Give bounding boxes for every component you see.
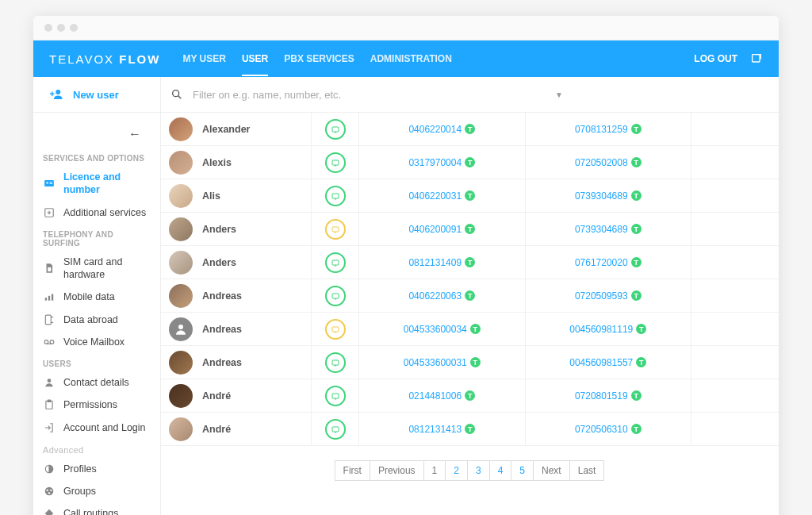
cell-number-1[interactable]: 0406220014T (359, 113, 526, 145)
cell-status (312, 246, 359, 279)
svg-rect-0 (753, 55, 760, 62)
sidebar-item-licence[interactable]: Licence and number (33, 166, 160, 202)
person-icon (43, 377, 56, 388)
back-arrow[interactable]: ← (33, 121, 160, 148)
cell-user[interactable]: André (161, 413, 312, 445)
sidebar-item-account-login[interactable]: Account and Login (33, 417, 160, 439)
svg-rect-6 (50, 183, 53, 183)
bars-icon (43, 291, 56, 302)
cell-number-2[interactable]: 0720502008T (526, 146, 692, 179)
sidebar-item-profiles[interactable]: Profiles (33, 458, 160, 480)
voicemail-icon (43, 336, 56, 348)
nav-my-user[interactable]: MY USER (182, 41, 225, 76)
page-4[interactable]: 4 (489, 460, 512, 481)
search-input[interactable] (193, 77, 546, 112)
popout-icon[interactable] (750, 52, 763, 65)
t-badge-icon: T (631, 124, 642, 134)
cell-user[interactable]: Andreas (161, 346, 312, 379)
cell-number-2[interactable]: 0720509593T (526, 279, 692, 312)
cell-user[interactable]: Alexander (161, 113, 312, 145)
search-icon (170, 88, 183, 101)
page-previous[interactable]: Previous (370, 460, 424, 481)
cell-user[interactable]: Anders (161, 246, 312, 279)
cell-number-2[interactable]: 0720506310T (526, 413, 692, 445)
sidebar-item-additional[interactable]: Additional services (33, 202, 160, 224)
new-user-label: New user (73, 89, 119, 101)
window-dot (57, 24, 65, 32)
sidebar-item-label: Profiles (63, 463, 97, 475)
avatar (169, 217, 193, 241)
table-row: Alis0406220031T0739304689T (161, 179, 779, 213)
number-link: 0812131413 (408, 424, 462, 435)
cell-number-2[interactable]: 0708131259T (526, 113, 692, 145)
cell-empty (691, 213, 779, 245)
new-user-button[interactable]: New user (33, 78, 160, 111)
table-row: Andreas004533600034T004560981119T (161, 313, 779, 346)
page-last[interactable]: Last (569, 460, 605, 481)
cell-number-1[interactable]: 0406200091T (359, 213, 526, 245)
t-badge-icon: T (465, 224, 475, 234)
cell-user[interactable]: Andreas (161, 313, 312, 345)
cell-number-1[interactable]: 004533600031T (359, 346, 526, 379)
sidebar-item-groups[interactable]: Groups (33, 480, 160, 502)
number-link: 004560981119 (569, 324, 633, 335)
cell-empty (691, 179, 779, 212)
cell-number-2[interactable]: 0739304689T (526, 213, 692, 245)
chevron-down-icon[interactable]: ▼ (555, 90, 563, 99)
svg-point-28 (50, 490, 52, 491)
svg-rect-11 (48, 267, 51, 271)
svg-rect-40 (332, 260, 339, 265)
page-5[interactable]: 5 (511, 460, 534, 481)
cell-number-1[interactable]: 0812131409T (359, 246, 526, 279)
number-link: 0406220063 (408, 290, 462, 302)
window-dot (44, 24, 52, 32)
sidebar-item-call-routings[interactable]: Call routings (33, 502, 160, 515)
sidebar-item-contact-details[interactable]: Contact details (33, 371, 160, 394)
nav-pbx-services[interactable]: PBX SERVICES (284, 41, 354, 76)
cell-number-1[interactable]: 0317970004T (359, 146, 526, 179)
table-row: Anders0406200091T0739304689T (161, 213, 779, 246)
page-2[interactable]: 2 (445, 460, 468, 481)
group-icon (43, 486, 56, 497)
cell-number-2[interactable]: 004560981119T (526, 313, 692, 345)
page-1[interactable]: 1 (423, 460, 446, 481)
cell-user[interactable]: Alexis (161, 146, 312, 179)
number-link: 004533600031 (404, 357, 467, 368)
app-window: TELAVOX FLOW MY USER USER PBX SERVICES A… (33, 16, 779, 515)
svg-point-2 (173, 90, 179, 97)
page-3[interactable]: 3 (467, 460, 490, 481)
sidebar-item-data-abroad[interactable]: Data abroad (33, 309, 160, 331)
cell-number-1[interactable]: 0812131413T (359, 413, 526, 445)
nav-administration[interactable]: ADMINISTRATION (370, 41, 452, 76)
cell-status (312, 313, 359, 345)
page-next[interactable]: Next (533, 460, 570, 481)
sidebar-item-mobile-data[interactable]: Mobile data (33, 286, 160, 308)
number-link: 0720801519 (575, 390, 628, 402)
cell-number-2[interactable]: 0720801519T (526, 379, 692, 412)
sidebar-item-voicemail[interactable]: Voice Mailbox (33, 331, 160, 353)
cell-number-2[interactable]: 0739304689T (526, 179, 692, 212)
cell-number-1[interactable]: 0406220031T (359, 179, 526, 212)
sidebar-item-sim[interactable]: SIM card and hardware (33, 251, 160, 286)
svg-rect-23 (48, 401, 51, 402)
sidebar-item-label: SIM card and hardware (63, 256, 151, 282)
cell-user[interactable]: André (161, 379, 312, 412)
nav-user[interactable]: USER (242, 41, 268, 76)
svg-line-3 (178, 96, 182, 99)
cell-number-1[interactable]: 004533600034T (359, 313, 526, 345)
sidebar-item-permissions[interactable]: Permissions (33, 394, 160, 416)
cell-number-2[interactable]: 004560981557T (526, 346, 692, 379)
number-link: 0708131259 (575, 124, 628, 135)
cell-number-2[interactable]: 0761720020T (526, 246, 692, 279)
logout-link[interactable]: LOG OUT (694, 53, 737, 64)
cell-user[interactable]: Andreas (161, 279, 312, 312)
t-badge-icon: T (631, 224, 642, 234)
svg-rect-34 (332, 160, 339, 165)
t-badge-icon: T (465, 424, 475, 434)
sub-bar: New user ▼ (33, 77, 779, 113)
cell-user[interactable]: Alis (161, 179, 312, 212)
page-first[interactable]: First (335, 460, 370, 481)
cell-number-1[interactable]: 0406220063T (359, 279, 526, 312)
cell-user[interactable]: Anders (161, 213, 312, 245)
cell-number-1[interactable]: 0214481006T (359, 379, 526, 412)
